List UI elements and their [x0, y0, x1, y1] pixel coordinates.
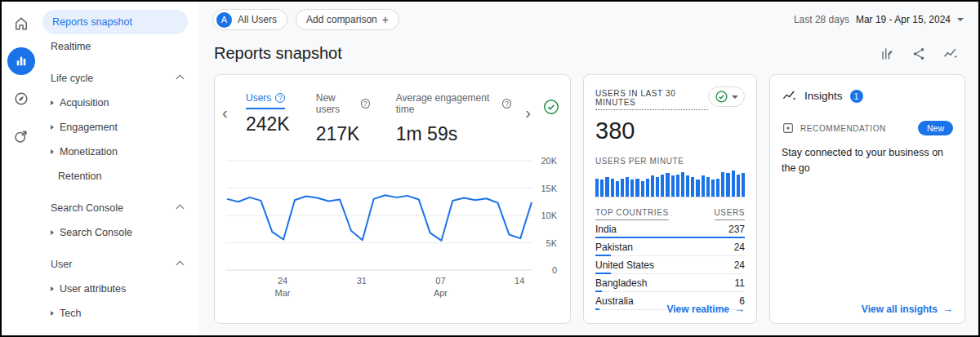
explore-nav-button[interactable] — [7, 85, 35, 113]
sidebar-section-search-console[interactable]: Search Console — [41, 188, 199, 220]
sidebar-item-label: Engagement — [60, 122, 118, 133]
collapse-chevron-icon — [176, 74, 185, 82]
sidebar-item-monetization[interactable]: Monetization — [41, 140, 188, 164]
sidebar-item-engagement[interactable]: Engagement — [41, 115, 188, 140]
metric-tab-users[interactable]: Users 242K — [246, 90, 290, 145]
country-name: Pakistan — [595, 242, 633, 253]
minute-bar — [626, 177, 629, 197]
minute-bar — [671, 175, 675, 197]
top-countries-header: TOP COUNTRIES USERS — [595, 208, 745, 220]
recommendation-label: RECOMMENDATION — [800, 124, 886, 133]
sidebar-section-life-cycle[interactable]: Life cycle — [41, 59, 199, 91]
date-range-value: Mar 19 - Apr 15, 2024 — [856, 14, 951, 25]
advertising-nav-button[interactable] — [7, 122, 35, 150]
sidebar-item-label: Monetization — [60, 146, 118, 157]
share-button[interactable] — [911, 47, 926, 61]
home-nav-button[interactable] — [7, 10, 35, 38]
insights-card: Insights 1 RECOMMENDATION New Stay conne… — [769, 74, 965, 324]
minute-bar — [605, 177, 608, 197]
y-tick-label: 0 — [552, 265, 557, 275]
add-comparison-label: Add comparison — [306, 14, 377, 25]
minute-bar — [666, 173, 669, 197]
metric-label: New users — [316, 92, 357, 115]
advertising-icon — [13, 128, 29, 144]
minute-bar — [600, 180, 604, 197]
minute-bar — [696, 180, 699, 197]
metric-value: 242K — [246, 113, 290, 135]
minute-bar — [621, 179, 624, 197]
users-line-chart: 20K15K10K5K0 — [226, 160, 560, 271]
compass-icon — [13, 91, 29, 107]
sidebar-item-retention[interactable]: Retention — [41, 164, 188, 188]
metric-tab-avg-engagement-time[interactable]: Average engagement time 1m 59s — [396, 90, 511, 145]
minute-bar — [630, 180, 634, 197]
check-circle-icon — [715, 90, 728, 104]
users-column-label: USERS — [715, 208, 745, 220]
minute-bar — [656, 177, 659, 197]
minute-bar — [661, 175, 664, 197]
realtime-quality-dropdown[interactable] — [708, 86, 745, 107]
country-name: India — [595, 224, 617, 235]
audience-chip[interactable]: A All Users — [212, 9, 287, 30]
help-icon — [502, 99, 511, 109]
collapse-chevron-icon — [176, 260, 185, 268]
sidebar-item-label: User attributes — [60, 283, 126, 295]
insights-button[interactable] — [942, 46, 959, 62]
view-realtime-link[interactable]: View realtime — [667, 303, 746, 315]
country-users: 11 — [735, 277, 745, 289]
reports-nav-button[interactable] — [7, 47, 35, 75]
app-window: Reports snapshot Realtime Life cycle Acq… — [0, 0, 980, 337]
sidebar-item-label: Tech — [60, 308, 81, 319]
x-tick-label: 07Apr — [434, 275, 448, 299]
minute-bar — [646, 179, 649, 197]
country-users: 24 — [734, 242, 745, 253]
sidebar-item-label: Acquisition — [60, 97, 109, 109]
metrics-next-button[interactable] — [525, 104, 531, 121]
sidebar-section-user[interactable]: User — [41, 245, 199, 277]
insight-body-text[interactable]: Stay connected to your business on the g… — [782, 145, 953, 176]
view-realtime-label: View realtime — [667, 304, 730, 315]
metrics-prev-button[interactable] — [222, 104, 228, 121]
users-per-minute-label: USERS PER MINUTE — [595, 157, 745, 166]
cards-row: Users 242K New users 217K — [199, 74, 978, 335]
sidebar-item-user-attributes[interactable]: User attributes — [41, 277, 188, 301]
plus-icon — [382, 13, 389, 26]
sidebar-item-acquisition[interactable]: Acquisition — [41, 91, 188, 115]
data-quality-icon[interactable] — [542, 98, 560, 116]
minute-bar — [681, 172, 684, 197]
view-all-insights-link[interactable]: View all insights — [862, 303, 953, 315]
minute-bar — [691, 177, 694, 197]
share-icon — [911, 47, 926, 61]
sidebar-item-tech[interactable]: Tech — [41, 301, 188, 326]
x-tick-label: 14 — [514, 275, 524, 287]
country-users: 237 — [728, 224, 745, 235]
reports-sidebar: Reports snapshot Realtime Life cycle Acq… — [41, 2, 199, 335]
insights-title: Insights — [804, 90, 843, 102]
add-comparison-button[interactable]: Add comparison — [296, 9, 399, 30]
sidebar-item-label: Search Console — [60, 227, 132, 238]
minute-bar — [616, 181, 619, 197]
country-name: Bangladesh — [595, 277, 647, 289]
audience-chip-label: All Users — [238, 14, 277, 25]
date-range-hint: Last 28 days — [794, 14, 849, 25]
minute-bar — [635, 179, 639, 197]
main-content: A All Users Add comparison Last 28 days … — [199, 2, 978, 335]
country-users: 24 — [734, 259, 745, 271]
sidebar-item-label: Reports snapshot — [52, 16, 132, 28]
y-tick-label: 10K — [541, 211, 557, 220]
customize-report-button[interactable] — [880, 47, 895, 61]
help-icon — [275, 93, 285, 103]
insights-count-badge: 1 — [850, 90, 863, 103]
top-countries-list: India237Pakistan24United States24Banglad… — [595, 220, 745, 310]
sidebar-item-search-console[interactable]: Search Console — [41, 220, 188, 245]
sidebar-item-realtime[interactable]: Realtime — [41, 34, 188, 59]
expand-arrow-icon — [51, 100, 54, 105]
view-all-insights-label: View all insights — [862, 304, 938, 315]
metric-tab-new-users[interactable]: New users 217K — [316, 90, 370, 145]
minute-bar — [611, 179, 614, 197]
country-name: United States — [595, 259, 654, 271]
sidebar-item-reports-snapshot[interactable]: Reports snapshot — [42, 10, 188, 34]
date-range-picker[interactable]: Last 28 days Mar 19 - Apr 15, 2024 — [794, 14, 964, 25]
help-icon — [361, 99, 370, 109]
metric-label: Users — [246, 92, 271, 104]
